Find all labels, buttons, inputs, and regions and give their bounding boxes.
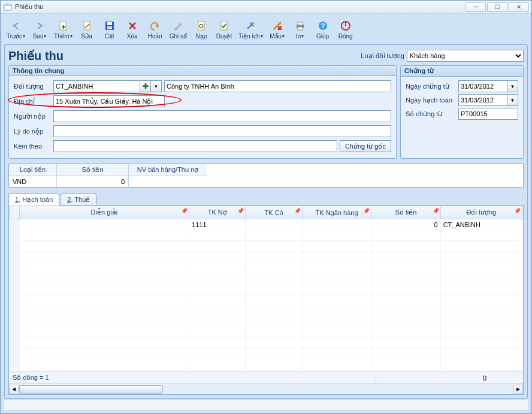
table-row[interactable]: [10, 241, 524, 252]
print-button[interactable]: In▾: [289, 19, 311, 41]
doc-date-input[interactable]: [458, 80, 507, 92]
acct-date-label: Ngày hạch toán: [406, 96, 458, 104]
table-row[interactable]: [10, 316, 524, 327]
app-icon: [3, 2, 13, 12]
utility-button[interactable]: Tiện ích▾: [236, 19, 265, 41]
col-tk-ngan-hang[interactable]: TK Ngân hàng📌: [302, 206, 371, 219]
page-title: Phiếu thu: [8, 49, 361, 63]
tab-strip: 1. Hạch toán 2. Thuế: [8, 194, 524, 206]
outer-scrollbar[interactable]: [4, 399, 528, 410]
tab-tax[interactable]: 2. Thuế: [61, 194, 96, 206]
titlebar: Phiếu thu ─ ☐ ✕: [1, 1, 531, 14]
delete-button[interactable]: Xóa: [122, 19, 143, 41]
post-button[interactable]: Ghi sổ: [167, 19, 189, 41]
table-row[interactable]: [10, 284, 524, 295]
object-code-input[interactable]: [53, 80, 140, 92]
document-panel-header: Chứng từ: [401, 66, 523, 77]
general-info-panel: Thông tin chung Đối tượng ✚ ▼ Địa chỉ: [8, 65, 397, 159]
amount-value: 0: [57, 176, 129, 187]
table-row[interactable]: [10, 338, 524, 349]
reload-button[interactable]: Nạp: [191, 19, 212, 41]
close-window-button[interactable]: ✕: [509, 2, 529, 12]
undo-icon: [149, 20, 161, 32]
scroll-right-button[interactable]: ▶: [513, 385, 523, 394]
undo-button[interactable]: Hoãn: [144, 19, 166, 41]
doc-no-input[interactable]: [458, 108, 518, 120]
reason-input[interactable]: [53, 125, 391, 137]
original-doc-button[interactable]: Chứng từ gốc: [340, 140, 391, 152]
forward-button[interactable]: Sau▾: [29, 19, 50, 41]
table-row[interactable]: [10, 252, 524, 262]
data-grid[interactable]: Diễn giải📌 TK Nợ📌 TK Có📌 TK Ngân hàng📌 S…: [9, 206, 523, 371]
scroll-left-button[interactable]: ◀: [9, 385, 19, 394]
tools-icon: [244, 20, 256, 32]
approve-button[interactable]: Duyệt: [213, 19, 235, 41]
row-selector-header: [10, 206, 20, 219]
maximize-button[interactable]: ☐: [487, 2, 507, 12]
pin-icon: 📌: [294, 208, 301, 214]
table-row[interactable]: [10, 230, 524, 241]
general-info-header: Thông tin chung: [9, 66, 396, 76]
col-so-tien[interactable]: Số tiền📌: [371, 206, 440, 219]
table-row[interactable]: [10, 295, 524, 306]
arrow-left-icon: [10, 20, 22, 32]
scroll-thumb[interactable]: [19, 385, 163, 394]
col-tk-co[interactable]: TK Có📌: [246, 206, 302, 219]
table-row[interactable]: [10, 327, 524, 338]
pencil-icon: [172, 20, 184, 32]
object-dropdown-button[interactable]: ▼: [151, 80, 162, 92]
acct-date-input[interactable]: [458, 94, 507, 106]
grid-footer: Số dòng = 1 0: [9, 371, 523, 383]
save-icon: [104, 20, 116, 32]
svg-rect-6: [107, 26, 112, 29]
currency-value: VND: [9, 176, 57, 187]
table-row[interactable]: [10, 273, 524, 284]
svg-rect-1: [4, 4, 11, 6]
save-button[interactable]: Cất: [99, 19, 120, 41]
table-row[interactable]: [10, 349, 524, 359]
close-button[interactable]: Đóng: [335, 19, 356, 41]
table-row[interactable]: [10, 359, 524, 370]
pin-icon: 📌: [514, 208, 521, 214]
col-doi-tuong[interactable]: Đối tượng📌: [440, 206, 522, 219]
col-tk-no[interactable]: TK Nợ📌: [189, 206, 246, 219]
svg-point-9: [252, 22, 254, 25]
pin-icon: 📌: [237, 208, 244, 214]
printer-icon: [294, 20, 306, 32]
toolbar: Trước▾ Sau▾ Thêm▾ Sửa Cất Xóa Hoãn Ghi s…: [4, 17, 528, 44]
acct-date-picker-button[interactable]: ▼: [507, 94, 518, 106]
address-input[interactable]: [53, 95, 165, 107]
doc-date-picker-button[interactable]: ▼: [507, 80, 518, 92]
help-button[interactable]: ?Giúp: [312, 19, 334, 41]
currency-header: Loại tiền: [9, 164, 57, 176]
object-name-input[interactable]: [164, 80, 391, 92]
table-row[interactable]: [10, 262, 524, 273]
document-panel: Chứng từ Ngày chứng từ ▼ Ngày hạch toán …: [400, 65, 524, 159]
tab-accounting[interactable]: 1. Hạch toán: [8, 194, 59, 206]
edit-button[interactable]: Sửa: [76, 19, 98, 41]
grid-h-scrollbar[interactable]: ◀ ▶: [9, 383, 523, 394]
payer-input[interactable]: [53, 110, 391, 122]
chrome: Trước▾ Sau▾ Thêm▾ Sửa Cất Xóa Hoãn Ghi s…: [1, 14, 531, 413]
object-type-select[interactable]: Khách hàng: [407, 50, 524, 62]
reload-icon: [195, 20, 207, 32]
doc-no-label: Số chứng từ: [406, 110, 458, 118]
table-row[interactable]: 11110CT_ANBINH: [10, 219, 524, 230]
document-edit-icon: [81, 20, 93, 32]
template-button[interactable]: Mẫu▾: [267, 19, 288, 41]
reason-label: Lý do nộp: [14, 128, 53, 135]
table-row[interactable]: [10, 306, 524, 316]
payer-label: Người nộp: [14, 113, 53, 120]
col-muc[interactable]: Mục t: [522, 206, 524, 219]
grid-container: Diễn giải📌 TK Nợ📌 TK Có📌 TK Ngân hàng📌 S…: [8, 205, 524, 395]
back-button[interactable]: Trước▾: [4, 19, 28, 41]
attach-input[interactable]: [53, 140, 337, 152]
power-icon: [340, 20, 352, 32]
minimize-button[interactable]: ─: [466, 2, 486, 12]
col-dien-giai[interactable]: Diễn giải📌: [19, 206, 189, 219]
object-add-button[interactable]: ✚: [140, 80, 151, 92]
add-button[interactable]: Thêm▾: [52, 19, 75, 41]
object-type-label: Loại đối tượng: [361, 52, 404, 60]
delete-icon: [126, 20, 138, 32]
address-label: Địa chỉ: [14, 98, 53, 105]
